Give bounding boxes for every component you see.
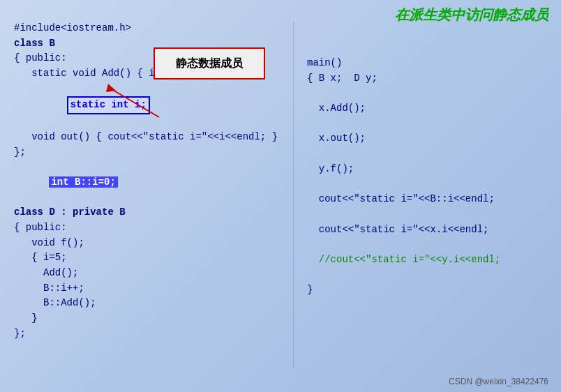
right-code-line-3 [307, 86, 544, 101]
right-code-line-1: main() [307, 56, 544, 71]
code-line-6: void out() { cout<<"static i="<<i<<endl;… [14, 130, 286, 145]
page-title: 在派生类中访问静态成员 [395, 6, 548, 24]
vertical-divider [293, 21, 294, 370]
code-line-15: B::Add(); [14, 296, 286, 311]
right-code-line-9 [307, 177, 544, 193]
highlighted-int-b: int B::i=0; [49, 176, 117, 188]
right-code-panel: main() { B x; D y; x.Add(); x.out(); y.f… [307, 56, 544, 298]
code-line-8: int B::i=0; [14, 160, 286, 205]
code-line-17: }; [14, 326, 286, 342]
main-container: 在派生类中访问静态成员 静态数据成员 #include<iostream.h> … [0, 0, 561, 392]
right-code-line-16: } [307, 282, 544, 298]
right-code-line-12: cout<<"static i="<<x.i<<endl; [307, 223, 544, 238]
right-code-line-7 [307, 146, 544, 162]
right-code-line-10: cout<<"static i="<<B::i<<endl; [307, 192, 544, 207]
code-line-13: Add(); [14, 266, 286, 281]
right-code-line-6: x.out(); [307, 131, 544, 146]
code-line-16: } [14, 311, 286, 326]
right-code-line-5 [307, 116, 544, 132]
right-code-line-11 [307, 207, 544, 223]
right-code-line-13 [307, 237, 544, 252]
right-code-line-2: { B x; D y; [307, 71, 544, 86]
right-code-line-15 [307, 268, 544, 283]
code-line-10: { public: [14, 220, 286, 236]
code-line-14: B::i++; [14, 281, 286, 296]
annotation-box: 静态数据成员 [154, 47, 265, 80]
code-line-11: void f(); [14, 236, 286, 251]
code-line-12: { i=5; [14, 250, 286, 266]
code-line-1: #include<iostream.h> [14, 21, 286, 36]
code-line-9: class D : private B [14, 205, 286, 220]
highlighted-static-int: static int i; [67, 96, 150, 114]
right-code-line-4: x.Add(); [307, 101, 544, 116]
code-line-7: }; [14, 145, 286, 160]
watermark: CSDN @weixin_38422476 [449, 377, 548, 386]
code-line-5: static int i; [14, 82, 286, 130]
right-code-line-8: y.f(); [307, 162, 544, 177]
right-code-line-14: //cout<<"static i="<<y.i<<endl; [307, 252, 544, 268]
